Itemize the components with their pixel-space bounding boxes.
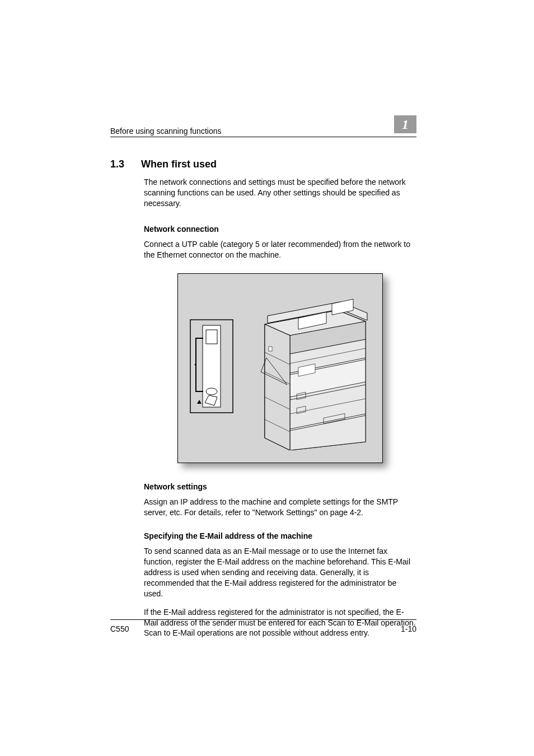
ethernet-port-detail-icon: [189, 319, 234, 414]
section-heading-row: 1.3 When first used: [110, 158, 416, 170]
page-header: Before using scanning functions 1: [110, 118, 416, 137]
subheading-email-address: Specifying the E-Mail address of the mac…: [144, 531, 416, 540]
subheading-network-settings: Network settings: [144, 482, 416, 491]
subheading-network-connection: Network connection: [144, 225, 416, 234]
para-email-1: To send scanned data as an E-Mail messag…: [144, 546, 416, 599]
breadcrumb: Before using scanning functions: [110, 127, 221, 136]
section-number: 1.3: [110, 158, 124, 170]
svg-rect-16: [269, 347, 272, 351]
machine-illustration: [177, 273, 383, 463]
page-footer: C550 1-10: [110, 619, 416, 633]
chapter-number: 1: [402, 117, 409, 132]
footer-page-number: 1-10: [401, 624, 416, 633]
para-network-settings: Assign an IP address to the machine and …: [144, 497, 416, 518]
chapter-badge: 1: [394, 115, 416, 133]
section-title: When first used: [141, 158, 217, 170]
footer-model: C550: [110, 624, 129, 633]
para-network-connection: Connect a UTP cable (category 5 or later…: [144, 239, 416, 260]
printer-machine-icon: [256, 293, 368, 450]
section-intro: The network connections and settings mus…: [144, 177, 416, 209]
